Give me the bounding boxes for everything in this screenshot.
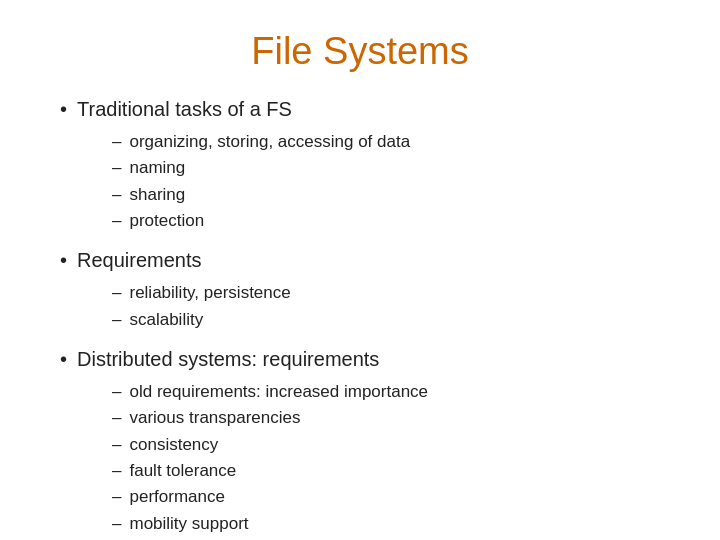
bullet-requirements: • Requirements [60, 246, 660, 274]
bullet-distributed: • Distributed systems: requirements [60, 345, 660, 373]
section-traditional: • Traditional tasks of a FS – organizing… [60, 95, 660, 234]
list-item: – scalability [112, 307, 660, 333]
sub-item-text: various transparencies [129, 405, 300, 431]
dash-icon: – [112, 307, 121, 333]
slide-title: File Systems [60, 30, 660, 73]
dash-icon: – [112, 155, 121, 181]
sub-item-text: mobility support [129, 511, 248, 537]
sub-item-text: reliability, persistence [129, 280, 290, 306]
bullet-traditional: • Traditional tasks of a FS [60, 95, 660, 123]
list-item: – protection [112, 208, 660, 234]
dash-icon: – [112, 458, 121, 484]
list-item: – consistency [112, 432, 660, 458]
sub-item-text: consistency [129, 432, 218, 458]
list-item: – naming [112, 155, 660, 181]
dash-icon: – [112, 379, 121, 405]
sub-item-text: scalability [129, 307, 203, 333]
list-item: – fault tolerance [112, 458, 660, 484]
bullet-dot-2: • [60, 246, 67, 274]
dash-icon: – [112, 182, 121, 208]
bullet-requirements-text: Requirements [77, 246, 202, 274]
slide: File Systems • Traditional tasks of a FS… [0, 0, 720, 540]
list-item: – various transparencies [112, 405, 660, 431]
dash-icon: – [112, 208, 121, 234]
dash-icon: – [112, 484, 121, 510]
sub-item-text: old requirements: increased importance [129, 379, 428, 405]
sub-bullets-distributed: – old requirements: increased importance… [112, 379, 660, 537]
bullet-dot-3: • [60, 345, 67, 373]
dash-icon: – [112, 280, 121, 306]
section-requirements: • Requirements – reliability, persistenc… [60, 246, 660, 333]
list-item: – sharing [112, 182, 660, 208]
sub-item-text: naming [129, 155, 185, 181]
list-item: – mobility support [112, 511, 660, 537]
sub-item-text: fault tolerance [129, 458, 236, 484]
dash-icon: – [112, 129, 121, 155]
sub-item-text: performance [129, 484, 224, 510]
list-item: – reliability, persistence [112, 280, 660, 306]
section-distributed: • Distributed systems: requirements – ol… [60, 345, 660, 537]
sub-bullets-traditional: – organizing, storing, accessing of data… [112, 129, 660, 234]
bullet-traditional-text: Traditional tasks of a FS [77, 95, 292, 123]
list-item: – old requirements: increased importance [112, 379, 660, 405]
dash-icon: – [112, 511, 121, 537]
list-item: – organizing, storing, accessing of data [112, 129, 660, 155]
dash-icon: – [112, 432, 121, 458]
sub-bullets-requirements: – reliability, persistence – scalability [112, 280, 660, 333]
bullet-distributed-text: Distributed systems: requirements [77, 345, 379, 373]
sub-item-text: protection [129, 208, 204, 234]
list-item: – performance [112, 484, 660, 510]
sub-item-text: sharing [129, 182, 185, 208]
sub-item-text: organizing, storing, accessing of data [129, 129, 410, 155]
bullet-dot-1: • [60, 95, 67, 123]
dash-icon: – [112, 405, 121, 431]
